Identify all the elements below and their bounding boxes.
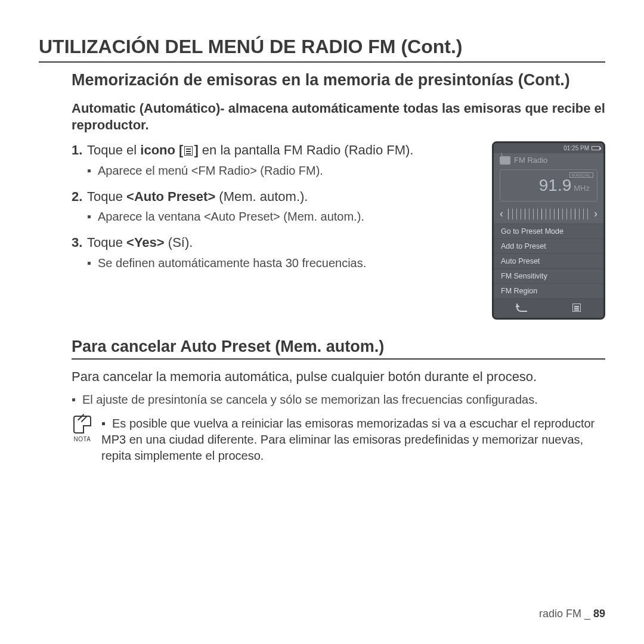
step-3-sub: ▪ Se deﬁnen automáticamente hasta 30 fre… [87,255,480,271]
list-icon[interactable] [572,304,581,312]
bullet-icon: ▪ [87,255,98,271]
footer-section: radio FM _ [539,608,590,620]
text: en la pantalla FM Radio (Radio FM). [199,143,414,157]
bold-text: ] [194,143,198,157]
frequency-value: 91.9 [539,176,572,194]
device-status-bar: 01:25 PM [494,143,603,153]
text: (Mem. autom.). [215,189,308,204]
menu-item-preset-mode[interactable]: Go to Preset Mode [494,224,603,239]
intro-paragraph: Automatic (Automático)- almacena automát… [72,100,605,133]
text: (Sí). [165,235,193,250]
page-footer: radio FM _ 89 [539,608,605,620]
battery-icon [592,146,600,150]
device-time: 01:25 PM [564,145,589,151]
note-text: ▪Es posible que vuelva a reiniciar las e… [101,416,605,464]
step-body: Toque el icono [] en la pantalla FM Radi… [87,141,480,159]
step-2-sub: ▪ Aparece la ventana <Auto Preset> (Mem.… [87,209,480,224]
radio-icon [500,156,510,165]
cancel-subparagraph: ▪ El ajuste de presintonía se cancela y … [72,392,605,407]
step-1: 1. Toque el icono [] en la pantalla FM R… [72,141,480,159]
note-icon-column: NOTA [72,416,93,464]
frequency-display: MANUAL 91.9MHz [500,169,597,202]
menu-item-fm-region[interactable]: FM Region [494,284,603,299]
note-row: NOTA ▪Es posible que vuelva a reiniciar … [72,416,605,464]
bold-text: icono [ [140,143,183,157]
text: Es posible que vuelva a reiniciar las em… [101,417,595,462]
menu-item-add-preset[interactable]: Add to Preset [494,239,603,254]
text: Se deﬁnen automáticamente hasta 30 frecu… [98,255,366,271]
bullet-icon: ▪ [87,209,98,224]
step-1-sub: ▪ Aparece el menú <FM Radio> (Radio FM). [87,163,480,178]
step-3: 3. Toque <Yes> (Sí). [72,234,480,252]
manual-page: UTILIZACIÓN DEL MENÚ DE RADIO FM (Cont.)… [0,0,644,644]
tuner-ticks [508,209,589,219]
frequency-unit: MHz [574,184,590,193]
step-number: 3. [72,234,87,252]
text: Aparece el menú <FM Radio> (Radio FM). [98,163,323,178]
text: Toque [87,235,126,250]
device-menu: Go to Preset Mode Add to Preset Auto Pre… [494,224,603,299]
content-row: 1. Toque el icono [] en la pantalla FM R… [72,141,605,320]
bold-text: <Yes> [126,235,165,250]
cancel-heading: Para cancelar Auto Preset (Mem. autom.) [72,338,605,360]
page-title: UTILIZACIÓN DEL MENÚ DE RADIO FM (Cont.) [39,36,605,63]
step-number: 2. [72,188,87,206]
device-bottom-bar [494,299,603,318]
note-icon [73,416,91,434]
step-2: 2. Toque <Auto Preset> (Mem. autom.). [72,188,480,206]
text: El ajuste de presintonía se cancela y só… [82,392,538,407]
text: Toque [87,189,126,204]
bullet-icon: ▪ [101,416,112,432]
text: FM Radio [514,156,547,165]
step-body: Toque <Yes> (Sí). [87,234,480,252]
mode-tag: MANUAL [569,172,593,178]
device-app-title: FM Radio [494,153,603,166]
step-number: 1. [72,141,87,159]
tuner-bar: ‹ › [494,205,603,224]
bullet-icon: ▪ [72,392,82,407]
bold-text: <Auto Preset> [126,189,215,204]
menu-icon [184,146,193,156]
text: Aparece la ventana <Auto Preset> (Mem. a… [98,209,364,224]
nota-label: NOTA [73,435,91,444]
step-body: Toque <Auto Preset> (Mem. autom.). [87,188,480,206]
menu-item-auto-preset[interactable]: Auto Preset [494,254,603,269]
cancel-paragraph: Para cancelar la memoria automática, pul… [72,368,605,386]
steps-column: 1. Toque el icono [] en la pantalla FM R… [72,141,480,320]
device-screenshot: 01:25 PM FM Radio MANUAL 91.9MHz ‹ › Go … [492,141,605,320]
bullet-icon: ▪ [87,163,98,178]
subheading: Memorización de emisoras en la memoria d… [72,71,605,89]
chevron-left-icon[interactable]: ‹ [500,208,503,220]
chevron-right-icon[interactable]: › [594,208,597,220]
page-number: 89 [593,608,605,620]
text: Toque el [87,143,140,157]
back-icon[interactable] [516,304,527,312]
menu-item-fm-sensitivity[interactable]: FM Sensitivity [494,269,603,284]
